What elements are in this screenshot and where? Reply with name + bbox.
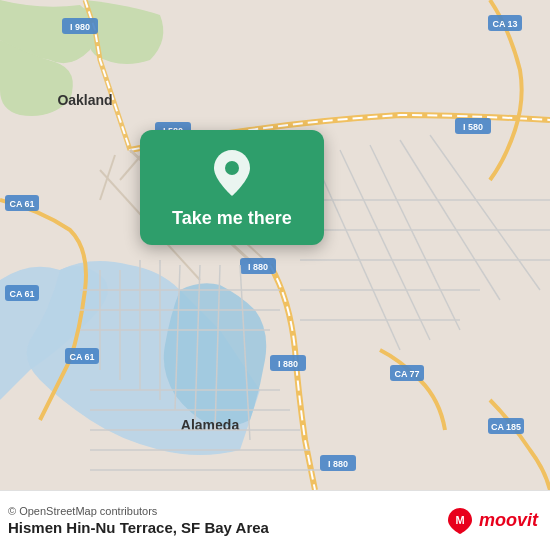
svg-text:I 880: I 880 bbox=[248, 262, 268, 272]
bottom-left: © OpenStreetMap contributors Hismen Hin-… bbox=[8, 505, 269, 536]
osm-credit: © OpenStreetMap contributors bbox=[8, 505, 269, 517]
svg-text:CA 61: CA 61 bbox=[9, 199, 34, 209]
svg-text:Oakland: Oakland bbox=[57, 92, 112, 108]
moovit-brand-icon: M bbox=[445, 506, 475, 536]
svg-text:M: M bbox=[455, 514, 464, 526]
svg-text:I 980: I 980 bbox=[70, 22, 90, 32]
location-pin-icon bbox=[210, 148, 254, 198]
svg-text:CA 61: CA 61 bbox=[9, 289, 34, 299]
location-name: Hismen Hin-Nu Terrace, SF Bay Area bbox=[8, 519, 269, 536]
map-svg: I 980 I 580 I 580 CA 13 I 880 I 880 I 88… bbox=[0, 0, 550, 490]
svg-text:CA 185: CA 185 bbox=[491, 422, 521, 432]
map-container: I 980 I 580 I 580 CA 13 I 880 I 880 I 88… bbox=[0, 0, 550, 490]
bottom-bar: © OpenStreetMap contributors Hismen Hin-… bbox=[0, 490, 550, 550]
svg-text:I 580: I 580 bbox=[463, 122, 483, 132]
moovit-logo: M moovit bbox=[445, 506, 538, 536]
moovit-brand-text: moovit bbox=[479, 510, 538, 531]
take-me-there-label: Take me there bbox=[172, 208, 292, 229]
svg-text:CA 61: CA 61 bbox=[69, 352, 94, 362]
take-me-there-button[interactable]: Take me there bbox=[140, 130, 324, 245]
take-me-there-overlay: Take me there bbox=[140, 130, 324, 245]
svg-text:I 880: I 880 bbox=[278, 359, 298, 369]
svg-text:CA 77: CA 77 bbox=[394, 369, 419, 379]
svg-text:I 880: I 880 bbox=[328, 459, 348, 469]
svg-point-58 bbox=[225, 161, 239, 175]
svg-text:CA 13: CA 13 bbox=[492, 19, 517, 29]
